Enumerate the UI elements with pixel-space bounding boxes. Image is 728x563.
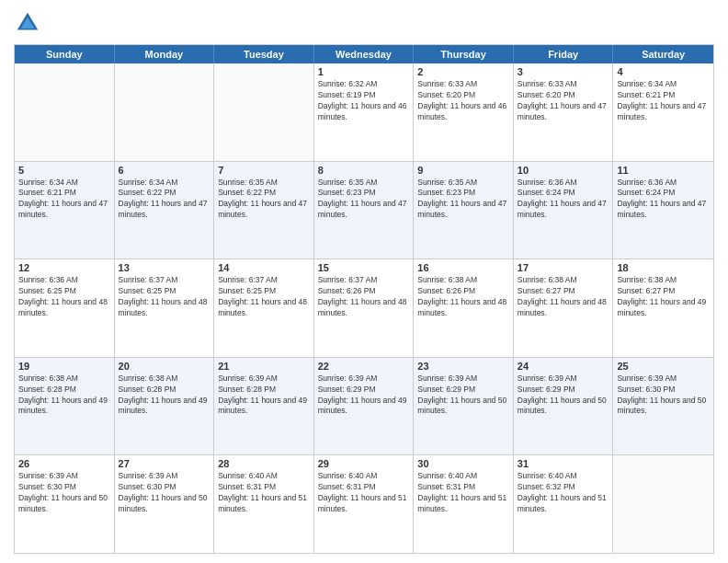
- day-number: 28: [218, 458, 310, 469]
- calendar-cell-1-1: 6Sunrise: 6:34 AM Sunset: 6:22 PM Daylig…: [115, 162, 215, 259]
- day-info: Sunrise: 6:34 AM Sunset: 6:22 PM Dayligh…: [119, 178, 210, 222]
- day-number: 10: [518, 165, 609, 176]
- calendar-row-3: 19Sunrise: 6:38 AM Sunset: 6:28 PM Dayli…: [15, 358, 713, 456]
- day-info: Sunrise: 6:34 AM Sunset: 6:21 PM Dayligh…: [617, 79, 710, 123]
- header-day-thursday: Thursday: [414, 45, 514, 63]
- day-info: Sunrise: 6:40 AM Sunset: 6:31 PM Dayligh…: [417, 471, 509, 515]
- calendar-cell-4-2: 28Sunrise: 6:40 AM Sunset: 6:31 PM Dayli…: [214, 455, 314, 553]
- day-info: Sunrise: 6:33 AM Sunset: 6:20 PM Dayligh…: [518, 79, 609, 123]
- day-info: Sunrise: 6:35 AM Sunset: 6:23 PM Dayligh…: [417, 178, 509, 222]
- day-number: 2: [417, 66, 509, 77]
- calendar-cell-1-2: 7Sunrise: 6:35 AM Sunset: 6:22 PM Daylig…: [214, 162, 314, 259]
- day-number: 14: [218, 262, 310, 273]
- day-info: Sunrise: 6:36 AM Sunset: 6:24 PM Dayligh…: [617, 178, 710, 222]
- calendar-cell-0-6: 4Sunrise: 6:34 AM Sunset: 6:21 PM Daylig…: [613, 63, 713, 161]
- day-info: Sunrise: 6:38 AM Sunset: 6:26 PM Dayligh…: [417, 275, 509, 319]
- calendar-cell-4-5: 31Sunrise: 6:40 AM Sunset: 6:32 PM Dayli…: [514, 455, 614, 553]
- day-number: 6: [119, 165, 210, 176]
- header-day-monday: Monday: [115, 45, 215, 63]
- calendar-cell-4-3: 29Sunrise: 6:40 AM Sunset: 6:31 PM Dayli…: [314, 455, 415, 553]
- header-day-friday: Friday: [514, 45, 614, 63]
- day-number: 15: [318, 262, 410, 273]
- calendar-cell-4-6: [613, 455, 713, 553]
- day-number: 5: [18, 165, 110, 176]
- calendar-header: SundayMondayTuesdayWednesdayThursdayFrid…: [15, 45, 713, 63]
- day-info: Sunrise: 6:39 AM Sunset: 6:28 PM Dayligh…: [218, 373, 310, 418]
- header-day-sunday: Sunday: [15, 45, 115, 63]
- day-info: Sunrise: 6:38 AM Sunset: 6:28 PM Dayligh…: [18, 373, 110, 418]
- day-number: 21: [218, 361, 310, 372]
- header-day-wednesday: Wednesday: [314, 45, 415, 63]
- day-number: 26: [18, 458, 110, 469]
- day-info: Sunrise: 6:40 AM Sunset: 6:31 PM Dayligh…: [318, 471, 410, 515]
- calendar-cell-0-3: 1Sunrise: 6:32 AM Sunset: 6:19 PM Daylig…: [314, 63, 415, 161]
- day-number: 9: [417, 165, 509, 176]
- calendar-cell-1-3: 8Sunrise: 6:35 AM Sunset: 6:23 PM Daylig…: [314, 162, 415, 259]
- day-info: Sunrise: 6:39 AM Sunset: 6:29 PM Dayligh…: [417, 373, 509, 418]
- calendar-cell-0-1: [115, 63, 215, 161]
- calendar-cell-3-5: 24Sunrise: 6:39 AM Sunset: 6:29 PM Dayli…: [514, 358, 614, 455]
- calendar-cell-3-0: 19Sunrise: 6:38 AM Sunset: 6:28 PM Dayli…: [15, 358, 115, 455]
- logo: [14, 9, 45, 37]
- calendar-cell-0-4: 2Sunrise: 6:33 AM Sunset: 6:20 PM Daylig…: [414, 63, 514, 161]
- day-number: 25: [617, 361, 710, 372]
- calendar-cell-0-5: 3Sunrise: 6:33 AM Sunset: 6:20 PM Daylig…: [514, 63, 614, 161]
- calendar-cell-3-6: 25Sunrise: 6:39 AM Sunset: 6:30 PM Dayli…: [613, 358, 713, 455]
- day-number: 18: [617, 262, 710, 273]
- day-info: Sunrise: 6:38 AM Sunset: 6:28 PM Dayligh…: [119, 373, 210, 418]
- calendar-cell-2-5: 17Sunrise: 6:38 AM Sunset: 6:27 PM Dayli…: [514, 259, 614, 357]
- day-info: Sunrise: 6:39 AM Sunset: 6:30 PM Dayligh…: [119, 471, 210, 515]
- calendar-body: 1Sunrise: 6:32 AM Sunset: 6:19 PM Daylig…: [15, 63, 713, 553]
- day-info: Sunrise: 6:36 AM Sunset: 6:25 PM Dayligh…: [18, 275, 110, 319]
- calendar-row-1: 5Sunrise: 6:34 AM Sunset: 6:21 PM Daylig…: [15, 162, 713, 260]
- day-info: Sunrise: 6:35 AM Sunset: 6:22 PM Dayligh…: [218, 178, 310, 222]
- calendar-cell-4-1: 27Sunrise: 6:39 AM Sunset: 6:30 PM Dayli…: [115, 455, 215, 553]
- day-number: 11: [617, 165, 710, 176]
- day-number: 22: [318, 361, 410, 372]
- day-number: 3: [518, 66, 609, 77]
- day-info: Sunrise: 6:36 AM Sunset: 6:24 PM Dayligh…: [518, 178, 609, 222]
- day-number: 24: [518, 361, 609, 372]
- day-info: Sunrise: 6:39 AM Sunset: 6:30 PM Dayligh…: [617, 373, 710, 418]
- calendar-cell-2-1: 13Sunrise: 6:37 AM Sunset: 6:25 PM Dayli…: [115, 259, 215, 357]
- day-number: 31: [518, 458, 609, 469]
- calendar-row-0: 1Sunrise: 6:32 AM Sunset: 6:19 PM Daylig…: [15, 63, 713, 162]
- day-info: Sunrise: 6:32 AM Sunset: 6:19 PM Dayligh…: [318, 79, 410, 123]
- calendar-cell-3-2: 21Sunrise: 6:39 AM Sunset: 6:28 PM Dayli…: [214, 358, 314, 455]
- calendar-cell-1-6: 11Sunrise: 6:36 AM Sunset: 6:24 PM Dayli…: [613, 162, 713, 259]
- day-info: Sunrise: 6:38 AM Sunset: 6:27 PM Dayligh…: [617, 275, 710, 319]
- day-info: Sunrise: 6:39 AM Sunset: 6:30 PM Dayligh…: [18, 471, 110, 515]
- calendar-cell-0-0: [15, 63, 115, 161]
- header-day-saturday: Saturday: [613, 45, 713, 63]
- day-info: Sunrise: 6:33 AM Sunset: 6:20 PM Dayligh…: [417, 79, 509, 123]
- day-info: Sunrise: 6:37 AM Sunset: 6:25 PM Dayligh…: [218, 275, 310, 319]
- calendar-cell-2-2: 14Sunrise: 6:37 AM Sunset: 6:25 PM Dayli…: [214, 259, 314, 357]
- day-number: 27: [119, 458, 210, 469]
- day-number: 16: [417, 262, 509, 273]
- calendar-cell-2-0: 12Sunrise: 6:36 AM Sunset: 6:25 PM Dayli…: [15, 259, 115, 357]
- day-info: Sunrise: 6:38 AM Sunset: 6:27 PM Dayligh…: [518, 275, 609, 319]
- day-info: Sunrise: 6:39 AM Sunset: 6:29 PM Dayligh…: [318, 373, 410, 418]
- day-number: 13: [119, 262, 210, 273]
- day-number: 20: [119, 361, 210, 372]
- day-number: 1: [318, 66, 410, 77]
- page: SundayMondayTuesdayWednesdayThursdayFrid…: [0, 0, 728, 563]
- logo-icon: [14, 9, 41, 37]
- day-info: Sunrise: 6:35 AM Sunset: 6:23 PM Dayligh…: [318, 178, 410, 222]
- day-info: Sunrise: 6:34 AM Sunset: 6:21 PM Dayligh…: [18, 178, 110, 222]
- calendar-cell-2-3: 15Sunrise: 6:37 AM Sunset: 6:26 PM Dayli…: [314, 259, 415, 357]
- day-number: 29: [318, 458, 410, 469]
- day-number: 19: [18, 361, 110, 372]
- calendar-cell-0-2: [214, 63, 314, 161]
- day-number: 30: [417, 458, 509, 469]
- day-number: 12: [18, 262, 110, 273]
- calendar-cell-4-4: 30Sunrise: 6:40 AM Sunset: 6:31 PM Dayli…: [414, 455, 514, 553]
- calendar-cell-1-4: 9Sunrise: 6:35 AM Sunset: 6:23 PM Daylig…: [414, 162, 514, 259]
- day-info: Sunrise: 6:39 AM Sunset: 6:29 PM Dayligh…: [518, 373, 609, 418]
- day-info: Sunrise: 6:40 AM Sunset: 6:31 PM Dayligh…: [218, 471, 310, 515]
- header: [14, 9, 714, 37]
- calendar-cell-4-0: 26Sunrise: 6:39 AM Sunset: 6:30 PM Dayli…: [15, 455, 115, 553]
- day-info: Sunrise: 6:40 AM Sunset: 6:32 PM Dayligh…: [518, 471, 609, 515]
- calendar-cell-3-4: 23Sunrise: 6:39 AM Sunset: 6:29 PM Dayli…: [414, 358, 514, 455]
- calendar-cell-2-6: 18Sunrise: 6:38 AM Sunset: 6:27 PM Dayli…: [613, 259, 713, 357]
